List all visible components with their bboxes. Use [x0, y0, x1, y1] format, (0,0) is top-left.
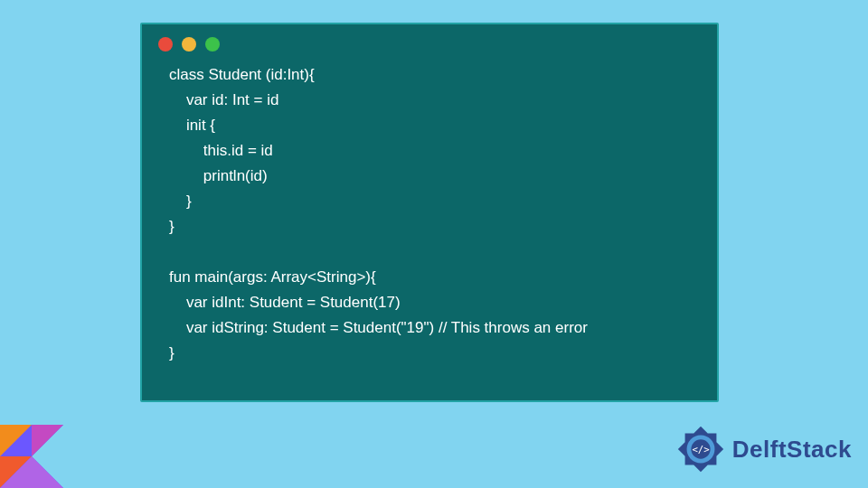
brand: </> DelftStack	[675, 423, 852, 475]
svg-marker-2	[32, 425, 63, 456]
kotlin-logo-icon	[0, 425, 63, 488]
code-block: class Student (id:Int){ var id: Int = id…	[142, 59, 717, 384]
code-window: class Student (id:Int){ var id: Int = id…	[140, 23, 719, 402]
delftstack-badge-icon: </>	[675, 423, 727, 475]
window-traffic-lights	[142, 24, 717, 59]
close-icon	[158, 37, 173, 52]
minimize-icon	[182, 37, 196, 52]
maximize-icon	[205, 37, 220, 52]
svg-text:</>: </>	[692, 444, 709, 455]
brand-name: DelftStack	[732, 436, 852, 464]
